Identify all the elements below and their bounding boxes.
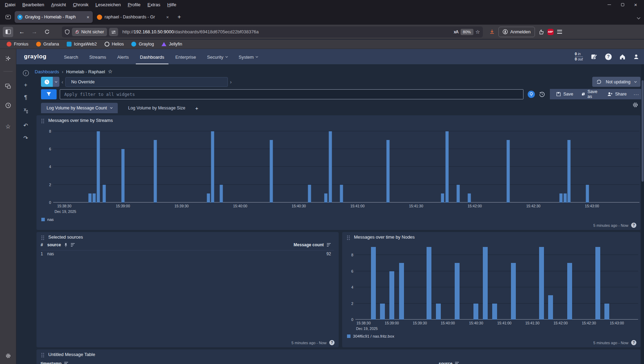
chart-bar[interactable] [89, 193, 92, 202]
translate-icon[interactable]: xA [454, 30, 458, 34]
chart-bar[interactable] [380, 304, 385, 320]
chart-bar[interactable] [539, 247, 544, 320]
save-as-button[interactable]: Save as [578, 88, 602, 100]
timerange-prev-icon[interactable]: ‹ [59, 79, 65, 85]
forward-button[interactable]: → [29, 27, 40, 37]
chart-bar[interactable] [399, 263, 404, 320]
chart-bar[interactable] [568, 140, 571, 202]
nav-enterprise[interactable]: Enterprise [171, 49, 200, 64]
tab-close-icon[interactable]: × [165, 15, 170, 20]
graylog-logo[interactable]: graylog [24, 53, 47, 60]
nodes-chart-plot[interactable]: 02468 [355, 245, 638, 320]
refresh-controls-button[interactable]: Not updating [592, 77, 641, 87]
bookmark-graylog[interactable]: Graylog [128, 41, 157, 48]
menu-profile[interactable]: Profile [124, 1, 144, 8]
drag-handle-icon[interactable] [41, 353, 44, 357]
help-button[interactable]: ? [605, 53, 612, 60]
menu-hilfe[interactable]: Hilfe [164, 1, 180, 8]
filter-input[interactable] [60, 89, 523, 99]
sort-icon[interactable] [64, 362, 68, 364]
bookmark-helios[interactable]: Helios [101, 41, 127, 48]
query-help-button[interactable] [528, 91, 535, 98]
close-button[interactable]: × [633, 2, 638, 8]
chart-bar[interactable] [441, 193, 444, 202]
zoom-level-badge[interactable]: 80% [461, 29, 473, 35]
favorite-star-icon[interactable]: ☆ [108, 68, 112, 75]
chart-bar[interactable] [473, 304, 478, 320]
bookmarks-button[interactable]: ☆ [4, 122, 12, 131]
signin-button[interactable]: Anmelden [498, 27, 535, 37]
tab-close-icon[interactable]: × [86, 15, 90, 20]
page-scrollbar[interactable] [641, 64, 644, 364]
chart-bar[interactable] [102, 185, 106, 202]
new-tab-button[interactable]: + [174, 12, 184, 22]
downloads-icon[interactable] [489, 29, 495, 35]
share-button[interactable]: Share [604, 90, 630, 98]
menu-ansicht[interactable]: Ansicht [48, 1, 69, 8]
firefox-view-button[interactable] [3, 12, 13, 22]
streams-chart-plot[interactable]: 02468 [53, 127, 639, 202]
widget-info-icon[interactable]: ? [631, 223, 636, 228]
adblock-icon[interactable]: ABP [547, 29, 554, 35]
save-button[interactable]: Save [553, 90, 577, 98]
app-menu-button[interactable] [557, 30, 562, 34]
chart-bar[interactable] [121, 149, 124, 202]
widget-info-icon[interactable]: ? [631, 340, 636, 345]
query-history-button[interactable] [539, 91, 545, 97]
chart-bar[interactable] [308, 185, 311, 202]
add-dashboard-tab-button[interactable]: + [191, 103, 203, 113]
throughput-indicator[interactable]: 0 in 0 out [575, 52, 583, 61]
chart-bar[interactable] [548, 295, 553, 320]
nav-dashboards[interactable]: Dashboards [136, 49, 168, 64]
shield-icon[interactable] [65, 29, 70, 35]
chart-bar[interactable] [93, 193, 96, 202]
chart-bar[interactable] [427, 247, 431, 320]
dashboard-settings-button[interactable] [632, 102, 638, 108]
chart-bar[interactable] [446, 131, 449, 202]
url-bar[interactable]: Nicht sicher http://192.168.10.50:9000/d… [62, 26, 483, 38]
dashboard-tab-inactive[interactable]: Log Volume by Message Size [123, 103, 191, 113]
nav-streams[interactable]: Streams [85, 49, 110, 64]
menu-bearbeiten[interactable]: Bearbeiten [19, 1, 48, 8]
chart-bar[interactable] [154, 140, 157, 202]
chart-bar[interactable] [340, 185, 343, 202]
bookmark-icingaweb2[interactable]: IcingaWeb2 [64, 41, 100, 48]
timerange-caret-button[interactable] [53, 77, 59, 87]
more-actions-button[interactable]: ··· [631, 92, 641, 97]
bookmark-jellyfin[interactable]: Jellyfin [158, 41, 185, 48]
sort-icon[interactable] [71, 243, 75, 247]
timerange-button[interactable] [41, 77, 53, 87]
reload-button[interactable] [42, 27, 52, 37]
list-all-tabs-button[interactable] [637, 14, 640, 20]
chart-bar[interactable] [324, 193, 327, 202]
undo-button[interactable]: ↶ [21, 121, 30, 130]
chart-bar[interactable] [468, 193, 471, 202]
timerange-next-icon[interactable]: › [228, 79, 234, 85]
drag-handle-icon[interactable] [41, 235, 44, 240]
chart-bar[interactable] [386, 140, 389, 202]
widget-info-icon[interactable]: ? [329, 340, 335, 345]
breadcrumb-dashboards-link[interactable]: Dashboards [35, 69, 59, 74]
menu-datei[interactable]: Datei [1, 1, 19, 8]
bookmark-fronius[interactable]: Fronius [3, 41, 32, 48]
nav-system[interactable]: System [234, 49, 262, 64]
back-button[interactable]: ← [17, 27, 27, 37]
extension-icon[interactable] [538, 29, 544, 35]
chart-bar[interactable] [329, 131, 332, 202]
chart-bar[interactable] [455, 263, 460, 320]
nav-search[interactable]: Search [60, 49, 82, 64]
maximize-button[interactable] [620, 2, 625, 8]
tab-graylog[interactable]: ✦ Graylog - Homelab - Raph × [15, 11, 93, 23]
timerange-value-field[interactable]: No Override [65, 77, 228, 87]
sidebar-fields-button[interactable]: x [21, 106, 30, 114]
sidebar-description-button[interactable]: i [21, 69, 30, 77]
sort-icon[interactable] [327, 243, 331, 247]
filter-button[interactable] [41, 89, 57, 99]
chart-bar[interactable] [97, 131, 100, 202]
chart-bar[interactable] [595, 247, 600, 320]
chart-bar[interactable] [220, 185, 223, 202]
chart-bar[interactable] [511, 263, 516, 320]
menu-extras[interactable]: Extras [144, 1, 164, 8]
chart-legend[interactable]: 304f6c91 / nas.fritz.box [347, 334, 394, 338]
permissions-chip[interactable] [109, 28, 118, 36]
